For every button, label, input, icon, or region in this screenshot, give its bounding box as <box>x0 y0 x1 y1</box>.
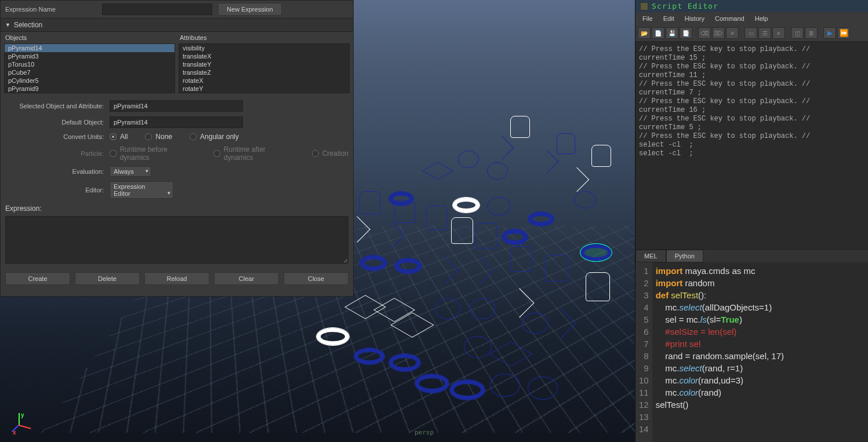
execute-icon[interactable]: ▶ <box>823 27 836 39</box>
axis-gizmo: y x <box>8 413 31 436</box>
selected-obj-attr-label: Selected Object and Attribute: <box>5 103 110 109</box>
attribute-list-item[interactable]: translateY <box>179 60 349 68</box>
radio-icon <box>110 133 117 140</box>
script-output-pane[interactable]: // Press the ESC key to stop playback. /… <box>635 42 868 249</box>
expression-textarea[interactable] <box>5 216 348 264</box>
selected-obj-attr-input[interactable] <box>110 100 243 112</box>
script-editor-title: Script Editor <box>652 2 718 10</box>
particle-label: Particle: <box>5 150 110 157</box>
radio-label: Angular only <box>200 133 239 141</box>
radio-label: Creation <box>322 149 348 158</box>
radio-option[interactable]: All <box>110 133 128 141</box>
clear-history-icon[interactable]: ⌫ <box>698 27 711 39</box>
objects-header: Objects <box>4 32 175 43</box>
attribute-list-item[interactable]: translateX <box>179 52 349 60</box>
close-button[interactable]: Close <box>284 272 348 285</box>
disclosure-triangle-icon: ▼ <box>5 22 10 28</box>
selection-section-header[interactable]: ▼ Selection <box>1 18 353 32</box>
attributes-header: Attributes <box>179 32 350 43</box>
attributes-listbox[interactable]: visibilitytranslateXtranslateYtranslateZ… <box>179 43 350 93</box>
object-list-item[interactable]: pPyramid14 <box>5 44 175 52</box>
attribute-list-item[interactable]: rotateY <box>179 85 349 93</box>
radio-icon <box>110 150 117 157</box>
default-object-label: Default Object: <box>5 119 110 126</box>
convert-units-label: Convert Units: <box>5 133 110 140</box>
expression-field-label: Expression: <box>1 201 353 213</box>
radio-label: Runtime after dynamics <box>224 145 295 162</box>
clear-all-icon[interactable]: ✕ <box>726 27 739 39</box>
script-toolbar: 📂 📄 💾 📑 ⌫ ⌦ ✕ ▭ ☰ ≡ ◫ ≣ ▶ ⏩ <box>635 25 868 42</box>
objects-listbox[interactable]: pPyramid14pPyramid3pTorus10pCube7pCylind… <box>4 43 175 93</box>
tool-icon-1[interactable]: ◫ <box>791 27 804 39</box>
save-icon[interactable]: 💾 <box>666 27 678 39</box>
editor-label: Editor: <box>5 187 110 193</box>
tool-icon-2[interactable]: ≣ <box>805 27 818 39</box>
script-input-pane[interactable]: 1234567891011121314 import maya.cmds as … <box>635 262 868 442</box>
menu-history[interactable]: History <box>680 13 709 24</box>
attribute-list-item[interactable]: rotateX <box>179 76 349 85</box>
attribute-list-item[interactable]: visibility <box>179 44 349 52</box>
code-body[interactable]: import maya.cmds as mcimport randomdef s… <box>652 262 787 442</box>
radio-option[interactable]: None <box>145 133 172 141</box>
source-icon[interactable]: 📄 <box>652 27 664 39</box>
tab-python[interactable]: Python <box>666 250 703 262</box>
execute-all-icon[interactable]: ⏩ <box>837 27 850 39</box>
evaluation-dropdown[interactable]: Always <box>110 166 151 177</box>
object-list-item[interactable]: pPyramid3 <box>5 52 175 60</box>
default-object-input[interactable] <box>110 116 243 128</box>
expression-editor-panel: Expression Name New Expression ▼ Selecti… <box>0 0 354 297</box>
object-list-item[interactable]: pTorus10 <box>5 60 175 68</box>
attribute-list-item[interactable]: rotateZ <box>179 93 349 93</box>
radio-option: Runtime after dynamics <box>213 145 294 162</box>
radio-option: Runtime before dynamics <box>110 145 196 162</box>
clear-input-icon[interactable]: ⌦ <box>712 27 725 39</box>
radio-label: Runtime before dynamics <box>120 145 197 162</box>
clear-button[interactable]: Clear <box>214 272 279 285</box>
camera-label: persp <box>415 429 434 436</box>
selection-section-label: Selection <box>14 21 42 29</box>
open-icon[interactable]: 📂 <box>638 27 651 39</box>
radio-icon <box>145 133 152 140</box>
menu-edit[interactable]: Edit <box>659 13 679 24</box>
menu-file[interactable]: File <box>638 13 658 24</box>
script-editor-titlebar: Script Editor <box>635 0 868 12</box>
delete-button[interactable]: Delete <box>75 272 140 285</box>
new-expression-button[interactable]: New Expression <box>218 3 282 16</box>
tab-mel[interactable]: MEL <box>635 250 666 262</box>
script-menubar: FileEditHistoryCommandHelp <box>635 12 868 25</box>
line-numbers-icon[interactable]: ≡ <box>772 27 785 39</box>
object-list-item[interactable]: nTorus8 <box>5 93 175 93</box>
history-icon[interactable]: ▭ <box>744 27 757 39</box>
radio-icon <box>190 133 197 140</box>
object-list-item[interactable]: pCube7 <box>5 68 175 76</box>
script-editor-icon <box>640 2 648 10</box>
radio-icon <box>213 150 220 157</box>
radio-label: All <box>120 133 128 141</box>
object-list-item[interactable]: pCylinder5 <box>5 76 175 85</box>
expression-name-input[interactable] <box>102 3 212 15</box>
radio-label: None <box>155 133 172 141</box>
batch-icon[interactable]: ☰ <box>758 27 771 39</box>
radio-option[interactable]: Angular only <box>190 133 239 141</box>
radio-icon <box>312 150 319 157</box>
line-number-gutter: 1234567891011121314 <box>635 262 652 442</box>
menu-help[interactable]: Help <box>750 13 773 24</box>
menu-command[interactable]: Command <box>710 13 749 24</box>
reload-button[interactable]: Reload <box>144 272 209 285</box>
create-button[interactable]: Create <box>5 272 70 285</box>
expression-name-label: Expression Name <box>5 6 102 13</box>
script-tabs: MELPython <box>635 249 868 262</box>
radio-option: Creation <box>312 149 348 158</box>
attribute-list-item[interactable]: translateZ <box>179 68 349 76</box>
script-editor-panel: Script Editor FileEditHistoryCommandHelp… <box>635 0 868 442</box>
evaluation-label: Evaluation: <box>5 168 110 175</box>
save-to-shelf-icon[interactable]: 📑 <box>680 27 692 39</box>
object-list-item[interactable]: pPyramid9 <box>5 85 175 93</box>
editor-dropdown[interactable]: Expression Editor <box>110 181 173 199</box>
